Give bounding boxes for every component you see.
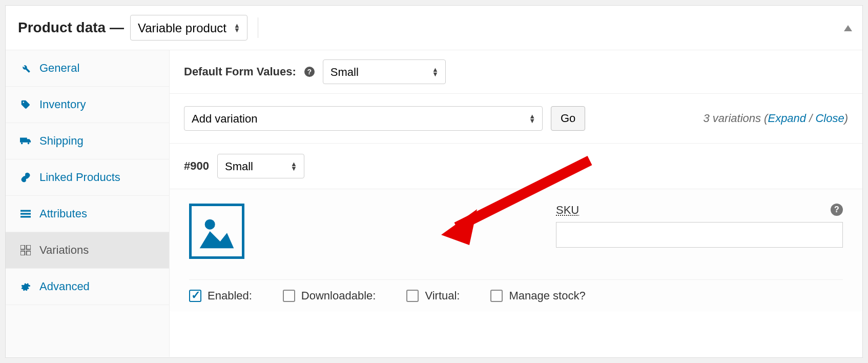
variation-action-select[interactable]: Add variation	[184, 106, 543, 131]
link-icon	[20, 172, 31, 183]
sidebar-item-general[interactable]: General	[6, 50, 169, 87]
default-form-values-row: Default Form Values: ? Small ▲▼	[170, 50, 862, 94]
checkbox-label: Downloadable:	[301, 289, 376, 302]
sidebar-item-attributes[interactable]: Attributes	[6, 196, 169, 232]
svg-rect-5	[27, 245, 31, 249]
expand-link[interactable]: Expand	[768, 112, 806, 125]
manage-stock-checkbox-input[interactable]	[490, 290, 503, 302]
sidebar-item-inventory[interactable]: Inventory	[6, 87, 169, 123]
sidebar: General Inventory Shipping Linked Produc…	[6, 50, 170, 357]
sidebar-item-label: Shipping	[39, 134, 84, 148]
gear-icon	[20, 281, 31, 292]
help-icon[interactable]: ?	[831, 204, 843, 216]
svg-marker-0	[844, 25, 852, 31]
divider	[258, 17, 258, 38]
sidebar-item-label: Inventory	[39, 98, 86, 111]
grid-icon	[20, 245, 31, 255]
sku-label: SKU	[556, 204, 843, 217]
enabled-checkbox[interactable]: Enabled:	[189, 289, 252, 302]
variation-checkbox-row: Enabled: Downloadable: Virtual: Manage s…	[189, 279, 843, 312]
variation-header: #900 Small ▲▼	[170, 144, 862, 189]
panel-header: Product data — Variable product ▲▼	[6, 6, 862, 50]
sidebar-item-linked-products[interactable]: Linked Products	[6, 159, 169, 196]
wrench-icon	[20, 63, 31, 73]
panel-title: Product data —	[18, 19, 124, 36]
sidebar-item-label: Attributes	[39, 207, 87, 220]
variation-image-upload[interactable]	[189, 204, 244, 259]
sidebar-item-label: Variations	[39, 244, 89, 257]
panel-body: General Inventory Shipping Linked Produc…	[6, 50, 862, 357]
downloadable-checkbox[interactable]: Downloadable:	[283, 289, 376, 302]
checkbox-label: Virtual:	[425, 289, 460, 302]
main-content: Default Form Values: ? Small ▲▼ Add vari…	[170, 50, 862, 357]
chevron-up-icon	[844, 25, 852, 31]
svg-rect-3	[20, 216, 31, 217]
variation-row: ? SKU	[189, 204, 843, 259]
close-link[interactable]: Close	[815, 112, 844, 125]
virtual-checkbox-input[interactable]	[406, 290, 419, 302]
sidebar-item-label: General	[39, 62, 79, 75]
image-placeholder-icon	[196, 211, 237, 252]
default-values-label: Default Form Values:	[184, 65, 296, 78]
variations-count: 3 variations	[703, 112, 761, 125]
help-icon[interactable]: ?	[304, 67, 315, 77]
collapse-toggle[interactable]	[844, 21, 852, 34]
svg-rect-2	[20, 213, 31, 214]
variation-body: ? SKU Enabled: Downloadable:	[170, 189, 862, 312]
variations-info: 3 variations (Expand / Close)	[703, 112, 848, 125]
sidebar-item-label: Linked Products	[39, 171, 120, 184]
checkbox-label: Enabled:	[208, 289, 252, 302]
enabled-checkbox-input[interactable]	[189, 290, 201, 302]
sku-block: ? SKU	[556, 204, 843, 248]
list-icon	[20, 210, 31, 218]
product-type-select[interactable]: Variable product	[130, 15, 247, 41]
svg-rect-6	[20, 251, 25, 255]
variations-toolbar: Add variation ▲▼ Go 3 variations (Expand…	[170, 94, 862, 144]
tag-icon	[20, 99, 31, 110]
virtual-checkbox[interactable]: Virtual:	[406, 289, 460, 302]
svg-rect-1	[20, 210, 31, 212]
sidebar-item-variations[interactable]: Variations	[6, 232, 169, 269]
svg-rect-4	[20, 245, 25, 249]
sidebar-item-advanced[interactable]: Advanced	[6, 269, 169, 305]
manage-stock-checkbox[interactable]: Manage stock?	[490, 289, 585, 302]
variation-attribute-select[interactable]: Small	[217, 154, 304, 178]
truck-icon	[20, 136, 31, 146]
downloadable-checkbox-input[interactable]	[283, 290, 295, 302]
go-button[interactable]: Go	[551, 106, 585, 131]
sidebar-item-shipping[interactable]: Shipping	[6, 123, 169, 159]
default-value-select[interactable]: Small	[323, 59, 446, 84]
sidebar-item-label: Advanced	[39, 280, 90, 293]
variation-id: #900	[184, 159, 209, 173]
sku-input[interactable]	[556, 222, 843, 248]
svg-point-9	[205, 219, 215, 230]
product-data-panel: Product data — Variable product ▲▼ Gener…	[5, 5, 863, 358]
checkbox-label: Manage stock?	[509, 289, 585, 302]
svg-rect-7	[27, 251, 31, 255]
